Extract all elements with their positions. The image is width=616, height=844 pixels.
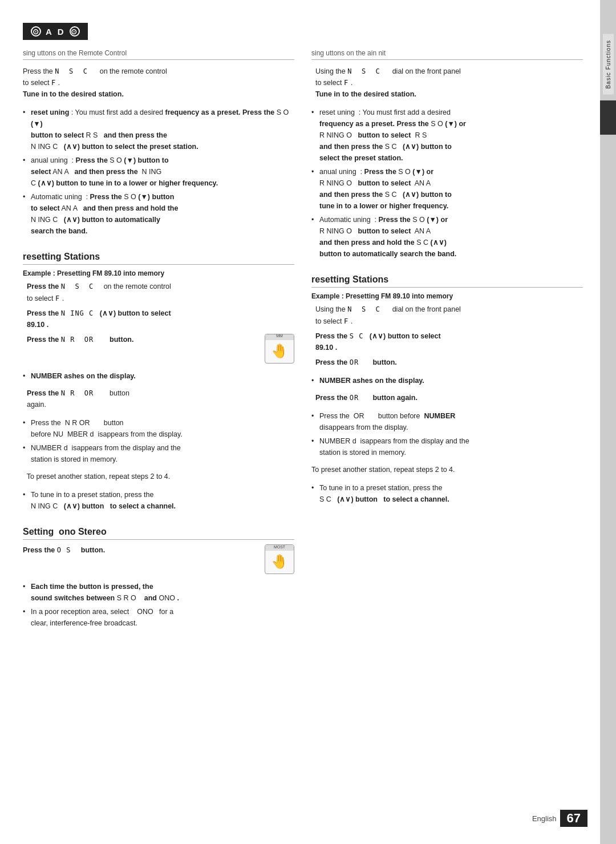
left-tune-preset: To tune in to a preset station, press th…: [23, 489, 294, 514]
icon-circle-1: ⊙: [31, 26, 41, 37]
left-repeat-note: To preset another station, repeat steps …: [23, 471, 294, 482]
top-icon-bar: ⊙ A D ⊙: [23, 23, 88, 40]
left-step-1: Press the N S C on the remote control to…: [23, 281, 294, 304]
left-bullet-number-flash: NUMBER ashes on the display.: [23, 370, 294, 382]
to-select-text-1: to select: [23, 79, 51, 87]
page-number-area: English 67: [532, 810, 587, 827]
right-example-label: Example : Presetting FM 89.10 into memor…: [311, 292, 583, 300]
right-tune-preset: To tune in to a preset station, press th…: [311, 482, 583, 507]
right-bullet-number-disappears: NUMBER d isappears from the display and …: [311, 435, 583, 458]
hand-icon-svg-mono: 🤚: [271, 551, 288, 572]
mono-stereo-intro: MOST 🤚 Press the O S button.: [23, 544, 294, 574]
left-bullet-number-disappears: NUMBER d isappears from the display and …: [23, 442, 294, 465]
right-sidebar: Basic Functions: [600, 0, 616, 844]
on-remote-text: on the remote control: [90, 67, 167, 75]
right-section-title: sing uttons on the ain nit: [311, 49, 583, 60]
left-step-bullets: NUMBER ashes on the display.: [23, 370, 294, 384]
right-bullet-reset: reset uning : You must first add a desir…: [311, 107, 583, 164]
right-resetting-heading: resetting Stations: [311, 274, 583, 288]
right-repeat-note: To preset another station, repeat steps …: [311, 464, 583, 475]
hand-icon-left: MM 🤚: [265, 334, 294, 364]
left-step-3: MM 🤚 Press the N R OR button.: [23, 334, 294, 364]
right-bullet-list: reset uning : You must first add a desir…: [311, 107, 583, 262]
right-column: sing uttons on the ain nit Using the N S…: [311, 49, 583, 821]
page-number-box: 67: [560, 810, 587, 827]
right-step-3: Press the OR button.: [311, 357, 583, 368]
f-code-left: F: [51, 79, 56, 87]
bullet-auto-left: Automatic uning : Press the S O (▼) butt…: [23, 191, 294, 237]
hand-icon-mono: MOST 🤚: [265, 544, 294, 574]
icon-a: A: [46, 27, 53, 37]
tune-text-left: Tune in to the desired station.: [23, 90, 124, 98]
left-bullet-tune-preset: To tune in to a preset station, press th…: [23, 489, 294, 512]
right-step-4: Press the OR button again.: [311, 392, 583, 403]
hand-icon-svg-left: 🤚: [271, 340, 288, 362]
right-intro: Using the N S C dial on the front panel …: [311, 66, 583, 100]
left-intro: Press the N S C on the remote control to…: [23, 66, 294, 100]
period-1: .: [58, 79, 60, 87]
columns: sing uttons on the Remote Control Press …: [23, 49, 583, 821]
left-more-bullets: Press the N R OR button before NU MBER d…: [23, 417, 294, 467]
right-bullet-tune-preset: To tune in to a preset station, press th…: [311, 482, 583, 505]
hand-icon-label-left: MM: [265, 334, 294, 340]
right-bullet-number-flash: NUMBER ashes on the display.: [311, 375, 583, 386]
right-more-bullets: Press the OR button before NUMBER disapp…: [311, 410, 583, 461]
left-column: sing uttons on the Remote Control Press …: [23, 49, 294, 821]
left-step-4: Press the N R OR button again.: [23, 387, 294, 410]
press-text-1: Press the: [23, 67, 55, 75]
right-step-bullets: NUMBER ashes on the display.: [311, 375, 583, 389]
left-bullet-list: reset uning : You must first add a desir…: [23, 107, 294, 239]
left-resetting-heading: resetting Stations: [23, 252, 294, 265]
mono-stereo-heading: Setting ono Stereo: [23, 527, 294, 540]
left-step-2: Press the N ING C (∧∨) button to select …: [23, 308, 294, 330]
left-bullet-press-before: Press the N R OR button before NU MBER d…: [23, 417, 294, 440]
sidebar-black-tab: [600, 100, 616, 135]
page-content: ⊙ A D ⊙ sing uttons on the Remote Contro…: [0, 0, 616, 844]
mono-stereo-bullet-2: In a poor reception area, select ONO for…: [23, 606, 294, 629]
right-bullet-auto: Automatic uning : Press the S O (▼) or R…: [311, 214, 583, 260]
page-number-label: English: [532, 814, 557, 823]
main-area: ⊙ A D ⊙ sing uttons on the Remote Contro…: [0, 0, 600, 844]
bullet-manual-left: anual uning : Press the S O (▼) button t…: [23, 155, 294, 189]
icon-d: D: [58, 27, 65, 37]
bullet-reset-left: reset uning : You must first add a desir…: [23, 107, 294, 152]
sidebar-tab[interactable]: Basic Functions: [603, 34, 614, 95]
mono-stereo-bullets: Each time the button is pressed, the sou…: [23, 581, 294, 631]
left-example-label: Example : Presetting FM 89.10 into memor…: [23, 269, 294, 277]
right-step-1: Using the N S C dial on the front panel …: [311, 304, 583, 326]
right-bullet-press-before: Press the OR button before NUMBER disapp…: [311, 410, 583, 433]
hand-icon-label-mono: MOST: [265, 544, 294, 551]
right-step-2: Press the S C (∧∨) button to select 89.1…: [311, 330, 583, 353]
left-section-title: sing uttons on the Remote Control: [23, 49, 294, 60]
icon-circle-2: ⊙: [70, 26, 80, 37]
nsc-code-left: N S C: [55, 67, 88, 75]
right-bullet-manual: anual uning : Press the S O (▼) or R NIN…: [311, 166, 583, 212]
mono-stereo-bullet-1: Each time the button is pressed, the sou…: [23, 581, 294, 604]
